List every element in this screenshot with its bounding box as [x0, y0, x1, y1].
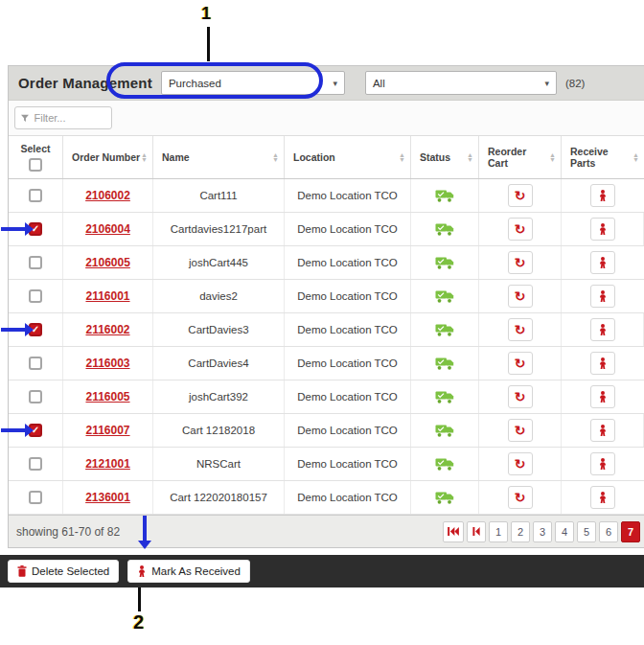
- column-header-receive-parts[interactable]: Receive Parts ▲▼: [562, 136, 644, 178]
- page-button-6[interactable]: 6: [599, 521, 618, 542]
- column-label: Reorder Cart: [488, 146, 549, 169]
- column-header-select: Select: [9, 136, 63, 178]
- order-number-link[interactable]: 2121001: [85, 457, 130, 471]
- row-checkbox[interactable]: [29, 457, 42, 471]
- receive-parts-button[interactable]: [590, 285, 615, 308]
- mark-as-received-button[interactable]: Mark As Received: [127, 560, 250, 583]
- receive-parts-button[interactable]: [590, 184, 615, 207]
- table-row: 2106002 Cart111 Demo Location TCO ↻: [9, 179, 644, 213]
- receive-person-icon: [598, 492, 608, 503]
- sort-icon[interactable]: ▲▼: [467, 152, 473, 162]
- reorder-cart-button[interactable]: ↻: [508, 352, 533, 375]
- page-button-3[interactable]: 3: [533, 521, 552, 542]
- order-number-link[interactable]: 2106002: [85, 189, 130, 202]
- reorder-cart-button[interactable]: ↻: [508, 251, 533, 274]
- reorder-cart-button[interactable]: ↻: [508, 285, 533, 308]
- refresh-icon: ↻: [515, 424, 526, 437]
- truck-status-icon: [435, 190, 454, 202]
- receive-parts-button[interactable]: [590, 251, 615, 274]
- column-header-name[interactable]: Name ▲▼: [153, 136, 285, 178]
- location-cell: Demo Location TCO: [285, 448, 411, 480]
- page-button-2[interactable]: 2: [511, 521, 530, 542]
- column-label: Status: [420, 151, 450, 163]
- table-row: 2121001 NRSCart Demo Location TCO ↻: [9, 448, 644, 481]
- order-type-select-value: All: [373, 78, 385, 89]
- page-button-5[interactable]: 5: [577, 521, 596, 542]
- reorder-cart-button[interactable]: ↻: [508, 452, 533, 475]
- sort-icon[interactable]: ▲▼: [549, 152, 556, 162]
- result-count: (82): [565, 78, 585, 89]
- page-button-4[interactable]: 4: [555, 521, 574, 542]
- row-checkbox[interactable]: [29, 390, 42, 403]
- receive-parts-button[interactable]: [590, 352, 615, 375]
- page-button-7[interactable]: 7: [621, 521, 640, 542]
- receive-parts-button[interactable]: [590, 218, 615, 241]
- filter-input[interactable]: [34, 112, 105, 124]
- receive-parts-button[interactable]: [590, 318, 615, 341]
- table-header-row: Select Order Number ▲▼ Name ▲▼ Location …: [9, 135, 644, 179]
- reorder-cart-button[interactable]: ↻: [508, 318, 533, 341]
- location-cell: Demo Location TCO: [285, 380, 411, 413]
- sort-icon[interactable]: ▲▼: [141, 152, 148, 162]
- receive-parts-cell: [562, 213, 644, 245]
- column-header-reorder-cart[interactable]: Reorder Cart ▲▼: [479, 136, 562, 178]
- order-number-link[interactable]: 2116001: [85, 289, 129, 303]
- table-row: ✓ 2116007 Cart 12182018 Demo Location TC…: [9, 414, 644, 448]
- order-number-link[interactable]: 2116002: [85, 323, 129, 336]
- order-number-cell: 2116003: [63, 347, 153, 380]
- name-cell: CartDavies4: [153, 347, 285, 380]
- truck-status-icon: [435, 357, 454, 370]
- reorder-cart-button[interactable]: ↻: [508, 486, 533, 509]
- row-checkbox[interactable]: [29, 189, 42, 202]
- row-checkbox[interactable]: [29, 289, 42, 303]
- sort-icon[interactable]: ▲▼: [632, 152, 639, 162]
- order-type-select[interactable]: All ▾: [365, 71, 557, 95]
- order-number-cell: 2116002: [63, 313, 153, 346]
- refresh-icon: ↻: [515, 491, 526, 504]
- order-status-select-value: Purchased: [169, 78, 221, 89]
- name-cell: CartDavies3: [153, 313, 285, 346]
- order-number-link[interactable]: 2106004: [85, 222, 130, 236]
- bulk-action-bar: Delete Selected Mark As Received: [0, 555, 644, 587]
- select-all-checkbox[interactable]: [29, 158, 42, 172]
- table-footer: showing 61-70 of 82 1234567: [9, 515, 644, 547]
- row-checkbox[interactable]: [29, 256, 42, 269]
- column-header-order-number[interactable]: Order Number ▲▼: [63, 136, 153, 178]
- panel-header: Order Management Purchased ▾ All ▾ (82): [9, 66, 644, 101]
- pagination-first-button[interactable]: [443, 521, 464, 542]
- reorder-cart-button[interactable]: ↻: [508, 218, 533, 241]
- column-header-status[interactable]: Status ▲▼: [411, 136, 479, 178]
- row-checkbox[interactable]: [29, 491, 42, 504]
- reorder-cart-cell: ↻: [479, 246, 562, 279]
- order-number-link[interactable]: 2116005: [85, 390, 129, 403]
- order-status-select[interactable]: Purchased ▾: [161, 71, 345, 95]
- row-checkbox[interactable]: [29, 357, 42, 370]
- sort-icon[interactable]: ▲▼: [399, 152, 405, 162]
- receive-parts-button[interactable]: [590, 385, 615, 408]
- column-header-location[interactable]: Location ▲▼: [285, 136, 411, 178]
- name-cell: Cart 12182018: [153, 414, 285, 447]
- location-cell: Demo Location TCO: [285, 347, 411, 380]
- column-label: Location: [293, 151, 335, 163]
- order-number-link[interactable]: 2116007: [85, 424, 129, 437]
- reorder-cart-button[interactable]: ↻: [508, 419, 533, 442]
- page-button-1[interactable]: 1: [489, 521, 508, 542]
- reorder-cart-button[interactable]: ↻: [508, 184, 533, 207]
- pagination-prev-button[interactable]: [467, 521, 486, 542]
- order-number-link[interactable]: 2106005: [85, 256, 130, 269]
- receive-parts-button[interactable]: [590, 419, 615, 442]
- sort-icon[interactable]: ▲▼: [272, 152, 279, 162]
- refresh-icon: ↻: [515, 289, 526, 303]
- order-number-link[interactable]: 2136001: [85, 491, 130, 504]
- filter-box[interactable]: [14, 106, 112, 129]
- reorder-cart-button[interactable]: ↻: [508, 385, 533, 408]
- delete-selected-button[interactable]: Delete Selected: [8, 560, 119, 583]
- refresh-icon: ↻: [515, 357, 526, 370]
- receive-parts-button[interactable]: [590, 452, 615, 475]
- receive-parts-cell: [562, 179, 644, 212]
- order-number-cell: 2116007: [63, 414, 153, 447]
- order-number-cell: 2116001: [63, 280, 153, 312]
- receive-parts-button[interactable]: [590, 486, 615, 509]
- order-number-link[interactable]: 2116003: [85, 357, 129, 370]
- selected-row-arrow: [1, 424, 34, 437]
